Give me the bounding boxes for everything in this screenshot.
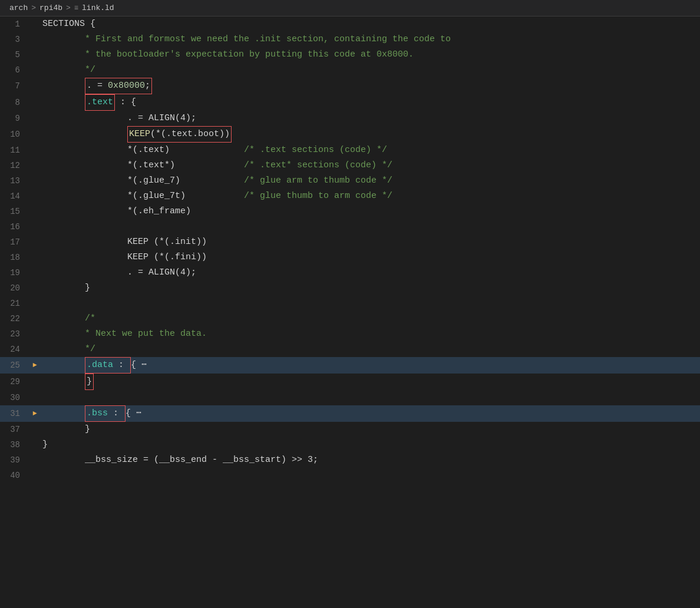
line-arrow-empty xyxy=(29,32,40,47)
breadcrumb-sep-1: > xyxy=(31,4,36,12)
line-content: KEEP(*(.text.boot)) xyxy=(40,126,700,143)
line-number: 37 xyxy=(0,422,29,437)
line-content: *(.text) /* .text sections (code) */ xyxy=(40,143,700,158)
line-arrow-empty xyxy=(29,374,40,390)
line-number: 25 xyxy=(0,357,29,374)
code-line-31: 31 ► .bss : { ⋯ xyxy=(0,405,700,422)
code-line-1: 1 SECTIONS { xyxy=(0,16,700,32)
redbox-line7: . = 0x80000; xyxy=(85,78,152,94)
line-content: . = 0x80000; xyxy=(40,78,700,94)
line-content: .bss : { ⋯ xyxy=(40,405,700,422)
line-content: /* xyxy=(40,311,700,326)
code-line-39: 39 __bss_size = (__bss_end - __bss_start… xyxy=(0,452,700,468)
line-arrow-empty xyxy=(29,219,40,234)
line-content: */ xyxy=(40,62,700,78)
line-content: } xyxy=(40,280,700,296)
line-arrow-empty xyxy=(29,189,40,204)
line-arrow-empty xyxy=(29,422,40,437)
line-content: KEEP (*(.fini)) xyxy=(40,250,700,265)
line-arrow-empty xyxy=(29,111,40,126)
breadcrumb-rpi4b[interactable]: rpi4b xyxy=(39,4,62,12)
code-line-7: 7 . = 0x80000; xyxy=(0,78,700,94)
code-line-3: 3 * First and formost we need the .init … xyxy=(0,32,700,47)
line-number: 17 xyxy=(0,234,29,250)
redbox-line8: .text xyxy=(85,94,115,111)
line-arrow: ► xyxy=(29,405,40,422)
code-line-13: 13 *(.glue_7) /* glue arm to thumb code … xyxy=(0,173,700,189)
line-content xyxy=(40,390,700,405)
line-content: *(.glue_7) /* glue arm to thumb code */ xyxy=(40,173,700,189)
breadcrumb-icon: ≡ xyxy=(74,4,78,12)
redbox-line31: .bss : xyxy=(85,405,126,422)
line-arrow-empty xyxy=(29,265,40,280)
line-arrow-empty xyxy=(29,62,40,78)
line-arrow-empty xyxy=(29,280,40,296)
line-content: * Next we put the data. xyxy=(40,326,700,342)
code-line-15: 15 *(.eh_frame) xyxy=(0,204,700,219)
line-arrow-empty xyxy=(29,143,40,158)
line-arrow-empty xyxy=(29,158,40,173)
code-line-18: 18 KEEP (*(.fini)) xyxy=(0,250,700,265)
code-line-38: 38 } xyxy=(0,437,700,452)
line-number: 31 xyxy=(0,405,29,422)
line-arrow-empty xyxy=(29,311,40,326)
line-number: 5 xyxy=(0,47,29,62)
line-content: } xyxy=(40,437,700,452)
breadcrumb-bar: arch > rpi4b > ≡ link.ld xyxy=(0,0,700,16)
line-content: .data : { ⋯ xyxy=(40,357,700,374)
line-number: 40 xyxy=(0,468,29,483)
code-line-16: 16 xyxy=(0,219,700,234)
line-content: } xyxy=(40,374,700,390)
line-content: __bss_size = (__bss_end - __bss_start) >… xyxy=(40,452,700,468)
code-line-30: 30 xyxy=(0,390,700,405)
line-content: *(.glue_7t) /* glue thumb to arm code */ xyxy=(40,189,700,204)
line-number: 12 xyxy=(0,158,29,173)
line-content: *(.text*) /* .text* sections (code) */ xyxy=(40,158,700,173)
line-arrow-empty xyxy=(29,16,40,32)
code-line-21: 21 xyxy=(0,296,700,311)
line-number: 20 xyxy=(0,280,29,296)
code-line-23: 23 * Next we put the data. xyxy=(0,326,700,342)
line-number: 21 xyxy=(0,296,29,311)
line-number: 11 xyxy=(0,143,29,158)
line-content xyxy=(40,219,700,234)
line-number: 23 xyxy=(0,326,29,342)
line-arrow-empty xyxy=(29,342,40,357)
line-number: 7 xyxy=(0,78,29,94)
line-content: SECTIONS { xyxy=(40,16,700,32)
line-arrow-empty xyxy=(29,390,40,405)
line-arrow-empty xyxy=(29,250,40,265)
code-line-14: 14 *(.glue_7t) /* glue thumb to arm code… xyxy=(0,189,700,204)
line-content: *(.eh_frame) xyxy=(40,204,700,219)
line-number: 9 xyxy=(0,111,29,126)
line-number: 14 xyxy=(0,189,29,204)
breadcrumb-arch[interactable]: arch xyxy=(9,4,28,12)
line-number: 10 xyxy=(0,126,29,143)
line-content: . = ALIGN(4); xyxy=(40,111,700,126)
line-arrow-empty xyxy=(29,126,40,143)
line-number: 15 xyxy=(0,204,29,219)
line-content: * the bootloader's expectation by puttin… xyxy=(40,47,700,62)
code-line-10: 10 KEEP(*(.text.boot)) xyxy=(0,126,700,143)
redbox-line25: .data : xyxy=(85,357,131,374)
line-number: 18 xyxy=(0,250,29,265)
line-arrow-empty xyxy=(29,173,40,189)
code-line-5: 5 * the bootloader's expectation by putt… xyxy=(0,47,700,62)
code-line-6: 6 */ xyxy=(0,62,700,78)
code-line-37: 37 } xyxy=(0,422,700,437)
line-arrow-empty xyxy=(29,326,40,342)
line-number: 29 xyxy=(0,374,29,390)
line-number: 38 xyxy=(0,437,29,452)
line-arrow-empty xyxy=(29,452,40,468)
code-editor: 1 SECTIONS { 3 * First and formost we ne… xyxy=(0,16,700,483)
line-number: 3 xyxy=(0,32,29,47)
line-arrow-empty xyxy=(29,204,40,219)
line-arrow-empty xyxy=(29,94,40,111)
line-number: 16 xyxy=(0,219,29,234)
line-arrow-empty xyxy=(29,47,40,62)
code-line-8: 8 .text : { xyxy=(0,94,700,111)
line-arrow-empty xyxy=(29,78,40,94)
breadcrumb-file[interactable]: link.ld xyxy=(82,4,114,12)
code-line-24: 24 */ xyxy=(0,342,700,357)
line-arrow-empty xyxy=(29,468,40,483)
